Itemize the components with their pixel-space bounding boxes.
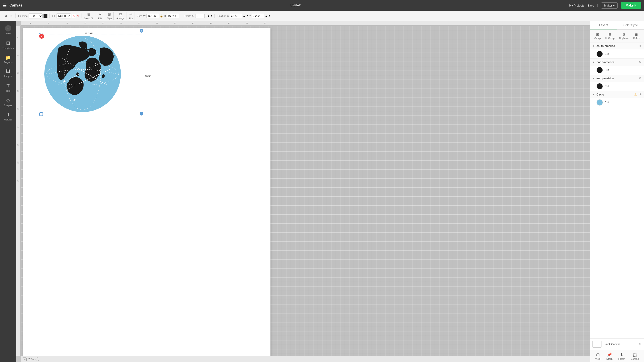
toolbar: ↺ ↻ Linetype Cut Draw Score Fill No Fill… (0, 11, 644, 21)
linetype-label: Linetype (18, 15, 28, 17)
linetype-select[interactable]: Cut Draw Score (28, 13, 42, 18)
sidebar-item-templates[interactable]: ⊞ Templates (1, 38, 16, 52)
warning-circle-icon: ⚠ (634, 93, 637, 96)
flip-button[interactable]: ⇔ (130, 12, 132, 16)
layer-group-south-america-header[interactable]: ▼ south-america 👁 (590, 42, 644, 49)
duplicate-label: Duplicate (619, 37, 629, 39)
align-button[interactable]: ⊟ (108, 12, 111, 16)
contour-label: Contour (631, 358, 639, 360)
rotate-input[interactable] (196, 14, 204, 18)
layer-item-circle-cut[interactable]: Cut (590, 98, 644, 107)
pos-y-down[interactable]: ▼ (268, 15, 270, 17)
svg-text:28: 28 (138, 22, 140, 24)
attach-button[interactable]: 📌 Attach (606, 352, 612, 360)
my-projects-button[interactable]: My Projects (569, 4, 584, 7)
fill-select[interactable]: No Fill Color (56, 13, 71, 18)
svg-text:8: 8 (17, 55, 19, 56)
layer-item-south-america-cut[interactable]: Cut (590, 49, 644, 58)
svg-text:12: 12 (17, 72, 19, 74)
edit-icon[interactable]: ✎ (77, 14, 80, 18)
delete-layer-button[interactable]: 🗑 Delete (632, 32, 641, 40)
redo-button[interactable]: ↻ (9, 13, 14, 18)
select-all-button[interactable]: ⊞ (87, 12, 90, 16)
blank-canvas-visibility[interactable]: 👁 (638, 343, 642, 346)
rotate-down[interactable]: ▼ (210, 15, 213, 17)
globe-container[interactable]: ✈ ✈ ✈ (44, 36, 121, 112)
sidebar-item-shapes[interactable]: ◇ Shapes (1, 95, 16, 109)
size-h-input[interactable] (167, 14, 179, 18)
ungroup-button[interactable]: ⊟ UnGroup (604, 31, 616, 40)
layer-thumb-circle (596, 99, 603, 106)
pos-x-up[interactable]: ▲ (243, 15, 245, 17)
arrange-group: ⧉ Arrange (114, 12, 126, 19)
layer-item-north-america-cut[interactable]: Cut (590, 66, 644, 75)
edit-button[interactable]: ✂ (98, 12, 102, 16)
tab-color-sync[interactable]: Color Sync (617, 21, 644, 29)
left-sidebar: + New ⊞ Templates 📁 Projects 🖼 Images T … (0, 21, 16, 362)
size-w-label: W (143, 15, 145, 17)
duplicate-button[interactable]: ⧉ Duplicate (618, 32, 630, 40)
group-button[interactable]: ⊞ Group (594, 31, 602, 40)
layer-item-circle-label: Cut (604, 101, 609, 104)
save-button[interactable]: Save (588, 4, 594, 7)
layer-group-north-america-header[interactable]: ▼ north-america 👁 (590, 59, 644, 66)
layer-group-europe-africa-header[interactable]: ▼ europe-africa 👁 (590, 75, 644, 82)
globe-svg: ✈ ✈ ✈ (44, 36, 121, 112)
pos-x-input[interactable] (230, 14, 242, 18)
undo-button[interactable]: ↺ (4, 13, 8, 18)
svg-text:20: 20 (17, 108, 19, 110)
svg-text:24: 24 (17, 126, 19, 128)
canvas-area[interactable]: 4 8 12 16 20 24 28 32 36 40 44 48 52 56 … (16, 21, 590, 362)
attach-icon: 📌 (607, 352, 612, 357)
weld-button[interactable]: ⬡ Weld (596, 352, 600, 360)
layer-item-europe-africa-cut[interactable]: Cut (590, 82, 644, 91)
zoom-value: 25% (28, 358, 34, 361)
visibility-europe-africa-icon[interactable]: 👁 (639, 77, 642, 80)
linetype-color-swatch[interactable] (44, 14, 48, 18)
position-group: Position X ▲ ▼ Y ▲ ▼ (216, 14, 272, 18)
text-icon: T (6, 83, 10, 89)
sidebar-item-new[interactable]: + New (1, 23, 16, 37)
sidebar-item-text[interactable]: T Text (1, 81, 16, 94)
flatten-button[interactable]: ⬇ Flatten (618, 352, 625, 360)
tab-layers[interactable]: Layers (590, 21, 617, 29)
sidebar-item-images[interactable]: 🖼 Images (1, 67, 16, 80)
layer-group-circle-header[interactable]: ▼ Circle ⚠ 👁 (590, 91, 644, 98)
visibility-circle-icon[interactable]: 👁 (639, 93, 642, 96)
layers-list: ▼ south-america 👁 Cut ▼ north-america 👁 (590, 42, 644, 338)
weld-icon: ⬡ (596, 352, 600, 357)
rotate-up[interactable]: ▲ (208, 15, 210, 17)
canvas-content[interactable]: ✈ ✈ ✈ 🔒 ↻ (21, 26, 590, 356)
visibility-north-america-icon[interactable]: 👁 (639, 60, 642, 64)
right-actions: My Projects Save | Maker ▾ Make It (569, 2, 641, 9)
dimension-height-label: 16.3° (144, 75, 152, 78)
delete-button[interactable]: × (39, 33, 44, 39)
arrange-button[interactable]: ⧉ (119, 12, 122, 16)
doc-title: Untitled* (25, 4, 566, 7)
pos-x-down[interactable]: ▼ (246, 15, 248, 17)
size-w-input[interactable] (146, 14, 159, 18)
svg-text:16: 16 (17, 90, 19, 92)
main-layout: + New ⊞ Templates 📁 Projects 🖼 Images T … (0, 21, 644, 362)
sidebar-item-projects[interactable]: 📁 Projects (1, 53, 16, 66)
layer-item-north-america-label: Cut (604, 69, 609, 72)
visibility-south-america-icon[interactable]: 👁 (639, 44, 642, 48)
sidebar-item-images-label: Images (4, 75, 12, 78)
pos-y-input[interactable] (252, 14, 264, 18)
sidebar-item-upload[interactable]: ⬆ Upload (1, 110, 16, 123)
size-h-label: H (164, 15, 166, 17)
fill-color-swatch[interactable] (72, 14, 76, 18)
templates-icon: ⊞ (6, 40, 10, 46)
lock-icon[interactable]: 🔒 (160, 14, 163, 17)
align-group: ⊟ Align (105, 12, 114, 20)
svg-text:8: 8 (48, 22, 49, 24)
ruler-left: 4 8 12 16 20 24 28 32 36 (16, 26, 21, 356)
menu-icon[interactable]: ☰ (3, 3, 7, 8)
make-it-button[interactable]: Make It (621, 2, 641, 9)
shapes-icon: ◇ (6, 98, 10, 103)
layer-group-europe-africa: ▼ europe-africa 👁 Cut (590, 75, 644, 91)
maker-button[interactable]: Maker ▾ (601, 2, 618, 8)
pos-y-up[interactable]: ▲ (265, 15, 267, 17)
zoom-circle (36, 358, 39, 361)
contour-button[interactable]: ⬚ Contour (631, 352, 639, 360)
